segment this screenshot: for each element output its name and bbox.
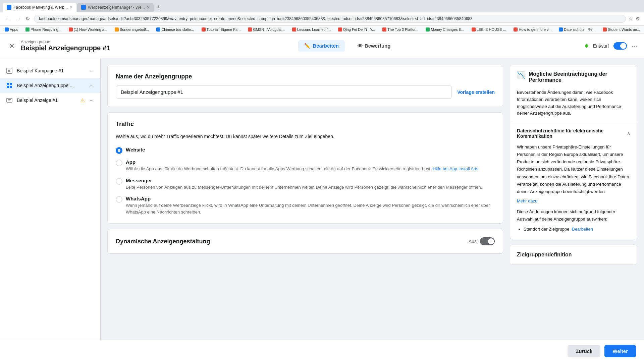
traffic-option-app[interactable]: App Wähle die App aus, für die du Werbun… <box>116 159 495 172</box>
bookmark-daten[interactable]: Datenschutz - Re... <box>557 27 597 32</box>
bookmark-gmsn-icon <box>248 27 252 32</box>
bookmark-sonder-label: Sonderangebot!... <box>120 27 149 32</box>
svg-rect-4 <box>10 86 12 88</box>
bearbeiten-button[interactable]: ✏️ Bearbeiten <box>298 40 345 52</box>
back-button[interactable]: Zurück <box>568 345 600 357</box>
bookmark-student[interactable]: Student Wants an... <box>601 27 642 32</box>
app-install-ads-link[interactable]: Hilfe bei App Install Ads <box>433 166 478 171</box>
tab-bar: Facebook Marketing & Werb... × Werbeanze… <box>0 0 644 12</box>
radio-whatsapp-label: WhatsApp <box>126 196 495 201</box>
mehr-dazu-link[interactable]: Mehr dazu <box>517 198 537 203</box>
bookmark-money-icon <box>426 27 430 32</box>
adset-name-input[interactable] <box>116 85 452 99</box>
tab-2-favicon <box>81 5 86 10</box>
bookmark-top3[interactable]: The Top 3 Platfor... <box>380 27 420 32</box>
bookmark-qing[interactable]: Qing Fei De Yi - Y... <box>336 27 377 32</box>
datenschutz-chevron-icon: ∧ <box>627 131 630 136</box>
name-input-row: Vorlage erstellen <box>116 85 495 99</box>
bookmark-chinese[interactable]: Chinese translatio... <box>154 27 196 32</box>
dynamic-toggle[interactable] <box>480 237 495 245</box>
extensions-icon[interactable]: ⚙ <box>636 16 640 21</box>
sidebar-item-kampagne[interactable]: Beispiel Kampagne #1 ··· <box>0 63 100 78</box>
bookmark-apps-icon <box>5 27 9 32</box>
bewertung-button[interactable]: 👁 Bewertung <box>352 40 397 52</box>
traffic-title: Traffic <box>116 121 495 128</box>
bookmark-phone-label: Phone Recycling... <box>31 27 61 32</box>
header-right: Entwurf ··· <box>585 42 637 50</box>
radio-app-desc: Wähle die App aus, für die du Werbung sc… <box>126 166 495 172</box>
traffic-description: Wähle aus, wo du mehr Traffic generieren… <box>116 133 495 140</box>
radio-app-circle[interactable] <box>116 160 122 166</box>
bookmark-apps[interactable]: Apps <box>3 27 20 32</box>
traffic-option-messenger[interactable]: Messenger Leite Personen von Anzeigen au… <box>116 178 495 191</box>
radio-website-circle[interactable] <box>116 147 122 154</box>
address-bar: ← → ↻ ☆ ⚙ <box>0 12 644 25</box>
campaign-icon <box>5 67 13 75</box>
new-tab-button[interactable]: + <box>154 2 163 12</box>
bookmark-gmsn[interactable]: GMSN - Vologda,... <box>246 27 287 32</box>
tab-1-close[interactable]: × <box>70 5 72 10</box>
header-more-button[interactable]: ··· <box>632 42 637 50</box>
sidebar-anzeigengruppe-label: Beispiel Anzeigengruppe ... <box>17 83 85 88</box>
bookmark-phone-icon <box>25 27 30 32</box>
sidebar-anzeigengruppe-dots[interactable]: ··· <box>88 82 95 89</box>
sidebar-anzeige-dots[interactable]: ··· <box>88 97 95 104</box>
radio-messenger-circle[interactable] <box>116 178 122 185</box>
bookmark-top3-label: The Top 3 Platfor... <box>387 27 418 32</box>
reload-button[interactable]: ↻ <box>24 15 31 22</box>
radio-app-label: App <box>126 159 495 165</box>
bookmark-working[interactable]: (1) How Working a... <box>67 27 109 32</box>
bookmark-lessons[interactable]: Lessons Learned f... <box>290 27 333 32</box>
datenschutz-bullet-list: Standort der Zielgruppe Bearbeiten <box>517 226 630 233</box>
datenschutz-body-text-2: Diese Änderungen können sich aufgrund fo… <box>517 208 630 223</box>
traffic-radio-group: Website App Wähle die App aus, für die d… <box>116 147 495 215</box>
forward-button[interactable]: → <box>14 15 22 22</box>
next-button[interactable]: Weiter <box>604 345 636 357</box>
traffic-option-whatsapp[interactable]: WhatsApp Wenn jemand auf deine Werbeanze… <box>116 196 495 215</box>
bookmark-money[interactable]: Money Changes E... <box>424 27 466 32</box>
bookmark-star-icon[interactable]: ☆ <box>629 16 633 21</box>
status-toggle[interactable] <box>613 42 627 50</box>
sidebar-item-anzeigengruppe[interactable]: Beispiel Anzeigengruppe ... ··· <box>0 78 100 93</box>
radio-website-content: Website <box>126 147 495 153</box>
bookmark-phone[interactable]: Phone Recycling... <box>23 27 63 32</box>
bookmark-tutorial[interactable]: Tutorial: Eigene Fa... <box>200 27 243 32</box>
bookmark-lee[interactable]: LEE 'S HOUSE-... <box>470 27 508 32</box>
sidebar-item-anzeige[interactable]: Beispiel Anzeige #1 ⚠ ··· <box>0 93 100 108</box>
bookmark-money-label: Money Changes E... <box>431 27 464 32</box>
radio-messenger-desc: Leite Personen von Anzeigen aus zu Messe… <box>126 184 495 191</box>
tab-2-close[interactable]: × <box>147 5 150 10</box>
bullet-bearbeiten-link[interactable]: Bearbeiten <box>572 227 593 232</box>
bookmark-howto-label: How to get more v... <box>519 27 551 32</box>
pencil-icon: ✏️ <box>304 43 311 49</box>
bookmark-sonder[interactable]: Sonderangebot!... <box>113 27 151 32</box>
bookmark-qing-label: Qing Fei De Yi - Y... <box>343 27 375 32</box>
bookmark-howto[interactable]: How to get more v... <box>512 27 553 32</box>
traffic-option-website[interactable]: Website <box>116 147 495 154</box>
address-bar-actions: ☆ ⚙ <box>629 16 640 21</box>
adset-icon <box>5 81 13 89</box>
datenschutz-body: Wir haben unsere Privatsphäre-Einstellun… <box>510 143 637 239</box>
tab-1-title: Facebook Marketing & Werb... <box>13 5 68 10</box>
dynamic-title: Dynamische Anzeigengestaltung <box>116 238 469 245</box>
header-close-button[interactable]: ✕ <box>7 41 17 51</box>
sidebar-kampagne-dots[interactable]: ··· <box>88 67 95 74</box>
vorlage-link[interactable]: Vorlage erstellen <box>457 89 495 95</box>
url-input[interactable] <box>34 15 626 23</box>
bookmark-daten-label: Datenschutz - Re... <box>564 27 595 32</box>
bookmark-lee-icon <box>472 27 476 32</box>
header-center: ✏️ Bearbeiten 👁 Bewertung <box>117 40 578 52</box>
back-button[interactable]: ← <box>4 15 12 22</box>
tab-1-active[interactable]: Facebook Marketing & Werb... × <box>3 3 76 12</box>
bullet-standort-text: Standort der Zielgruppe <box>524 227 570 232</box>
tab-2[interactable]: Werbeanzeigenmanager - We... × <box>77 3 154 12</box>
bookmark-student-icon <box>603 27 607 32</box>
radio-whatsapp-circle[interactable] <box>116 196 122 203</box>
svg-rect-1 <box>7 83 9 85</box>
datenschutz-header[interactable]: Datenschutzrichtlinie für elektronische … <box>510 123 637 143</box>
performance-body: Bevorstehende Änderungen daran, wie Face… <box>510 89 637 123</box>
datenschutz-mehr-dazu-row: Mehr dazu <box>517 197 630 205</box>
radio-messenger-label: Messenger <box>126 178 495 183</box>
radio-whatsapp-content: WhatsApp Wenn jemand auf deine Werbeanze… <box>126 196 495 215</box>
eye-icon: 👁 <box>358 43 363 49</box>
